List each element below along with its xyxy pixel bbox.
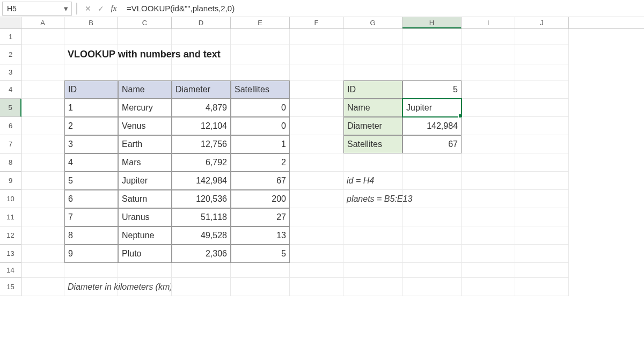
cell-F5[interactable] [290,99,343,117]
cell-A3[interactable] [21,64,64,80]
row-header-2[interactable]: 2 [0,45,21,64]
cell-G8[interactable] [343,153,402,172]
cell-J10[interactable] [515,190,569,208]
cell-F10[interactable] [290,190,343,208]
cell-A4[interactable] [21,80,64,99]
row-header-3[interactable]: 3 [0,64,21,80]
cell-B14[interactable] [64,263,118,278]
lookup-value-id[interactable]: 5 [402,80,462,99]
table-cell-name[interactable]: Mars [118,153,172,172]
row-header-6[interactable]: 6 [0,117,21,135]
cell-A5[interactable] [21,99,64,117]
cell-H14[interactable] [402,263,462,278]
cell-A9[interactable] [21,172,64,190]
cell-A6[interactable] [21,117,64,135]
table-cell-diameter[interactable]: 120,536 [172,190,231,208]
cell-F3[interactable] [290,64,343,80]
table-cell-id[interactable]: 7 [64,208,118,226]
cell-H12[interactable] [402,226,462,245]
cell-F11[interactable] [290,208,343,226]
row-header-4[interactable]: 4 [0,80,21,99]
table-cell-id[interactable]: 1 [64,99,118,117]
lookup-value-name[interactable]: Jupiter [402,99,462,117]
row-header-8[interactable]: 8 [0,153,21,172]
cell-H8[interactable] [402,153,462,172]
cell-J13[interactable] [515,245,569,263]
cell-J15[interactable] [515,278,569,296]
cell-A11[interactable] [21,208,64,226]
table-cell-diameter[interactable]: 4,879 [172,99,231,117]
cell-E14[interactable] [231,263,290,278]
cell-J9[interactable] [515,172,569,190]
enter-icon[interactable]: ✓ [94,2,107,15]
cell-J3[interactable] [515,64,569,80]
cell-F12[interactable] [290,226,343,245]
cell-H10[interactable] [402,190,462,208]
cell-I11[interactable] [462,208,515,226]
cancel-icon[interactable]: ✕ [82,2,94,15]
table-cell-diameter[interactable]: 6,792 [172,153,231,172]
cell-F2[interactable] [290,45,343,64]
cell-C14[interactable] [118,263,172,278]
cell-I2[interactable] [462,45,515,64]
lookup-value-satellites[interactable]: 67 [402,135,462,153]
cell-I1[interactable] [462,29,515,45]
cell-J8[interactable] [515,153,569,172]
row-header-9[interactable]: 9 [0,172,21,190]
cell-G3[interactable] [343,64,402,80]
cell-E1[interactable] [231,29,290,45]
table-cell-diameter[interactable]: 2,306 [172,245,231,263]
cell-J4[interactable] [515,80,569,99]
cell-D14[interactable] [172,263,231,278]
fx-icon[interactable]: fx [107,2,120,15]
cell-I5[interactable] [462,99,515,117]
cell-E3[interactable] [231,64,290,80]
cell-F14[interactable] [290,263,343,278]
table-cell-diameter[interactable]: 12,756 [172,135,231,153]
cell-H1[interactable] [402,29,462,45]
cell-I9[interactable] [462,172,515,190]
cell-G12[interactable] [343,226,402,245]
cell-H15[interactable] [402,278,462,296]
table-cell-satellites[interactable]: 200 [231,190,290,208]
row-header-12[interactable]: 12 [0,226,21,245]
table-cell-diameter[interactable]: 51,118 [172,208,231,226]
cell-G13[interactable] [343,245,402,263]
table-cell-satellites[interactable]: 1 [231,135,290,153]
cell-A13[interactable] [21,245,64,263]
cell-J2[interactable] [515,45,569,64]
table-cell-id[interactable]: 4 [64,153,118,172]
cell-E2[interactable] [231,45,290,64]
cell-I15[interactable] [462,278,515,296]
table-cell-id[interactable]: 2 [64,117,118,135]
col-header-C[interactable]: C [118,17,172,28]
cell-G11[interactable] [343,208,402,226]
cell-H11[interactable] [402,208,462,226]
table-cell-id[interactable]: 6 [64,190,118,208]
cell-A12[interactable] [21,226,64,245]
cell-C2[interactable] [118,45,172,64]
table-cell-id[interactable]: 8 [64,226,118,245]
table-cell-satellites[interactable]: 0 [231,117,290,135]
cell-D3[interactable] [172,64,231,80]
table-cell-name[interactable]: Venus [118,117,172,135]
table-cell-name[interactable]: Jupiter [118,172,172,190]
row-header-10[interactable]: 10 [0,190,21,208]
col-header-F[interactable]: F [290,17,343,28]
col-header-D[interactable]: D [172,17,231,28]
cell-I10[interactable] [462,190,515,208]
table-cell-name[interactable]: Uranus [118,208,172,226]
cell-A15[interactable] [21,278,64,296]
col-header-E[interactable]: E [231,17,290,28]
cell-J1[interactable] [515,29,569,45]
table-cell-id[interactable]: 3 [64,135,118,153]
row-header-11[interactable]: 11 [0,208,21,226]
cell-H2[interactable] [402,45,462,64]
cell-I4[interactable] [462,80,515,99]
cell-A10[interactable] [21,190,64,208]
cell-C15[interactable] [118,278,172,296]
table-cell-satellites[interactable]: 0 [231,99,290,117]
cell-A14[interactable] [21,263,64,278]
table-cell-satellites[interactable]: 2 [231,153,290,172]
col-header-I[interactable]: I [462,17,515,28]
